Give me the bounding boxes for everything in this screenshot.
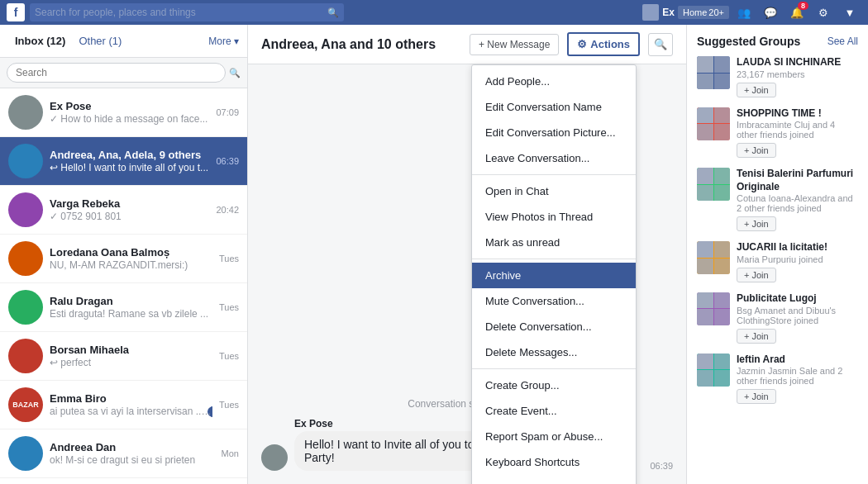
group-name: Tenisi Balerini Parfumuri Originale — [737, 168, 858, 193]
global-search-input[interactable] — [35, 7, 327, 18]
menu-item-archive[interactable]: Archive — [472, 263, 636, 288]
nav-user-name: Ex — [662, 7, 675, 18]
message-list-item[interactable]: Loredana Oana Balmoș NU, M-AM RAZGANDIT.… — [0, 235, 247, 283]
message-avatar — [8, 436, 43, 471]
suggested-groups-title: Suggested Groups — [697, 35, 827, 48]
tab-other[interactable]: Other (1) — [72, 31, 128, 50]
nav-notifications-icon[interactable]: 🔔 8 — [785, 3, 808, 21]
nav-avatar — [642, 4, 659, 21]
group-name: Publicitate Lugoj — [737, 292, 858, 306]
menu-item-edit-conv-pic[interactable]: Edit Conversation Picture... — [472, 120, 636, 145]
conversation-panel: Andreea, Ana and 10 others + New Message… — [248, 25, 686, 484]
join-group-button[interactable]: + Join — [737, 268, 776, 282]
message-body: Ex Pose ✓ How to hide a message on face.… — [50, 100, 209, 125]
group-meta: Jazmin Jasmin Sale and 2 other friends j… — [737, 366, 858, 386]
inbox-more-button[interactable]: More ▾ — [208, 36, 239, 47]
menu-item-leave-conv[interactable]: Leave Conversation... — [472, 145, 636, 171]
message-sender: Varga Rebeka — [50, 197, 209, 210]
nav-home-count: 20+ — [708, 7, 724, 17]
group-item: Tenisi Balerini Parfumuri Originale Cotu… — [697, 168, 858, 231]
menu-item-add-people[interactable]: Add People... — [472, 69, 636, 94]
message-sender: Loredana Oana Balmoș — [50, 246, 212, 259]
nav-settings-icon[interactable]: ⚙ — [812, 3, 835, 21]
top-navigation: f 🔍 Ex Home 20+ 👥 💬 🔔 8 ⚙ ▼ — [0, 0, 868, 25]
message-body: Loredana Oana Balmoș NU, M-AM RAZGANDIT.… — [50, 246, 212, 271]
message-list-item[interactable]: Borsan Mihaela ↩ perfect Tues — [0, 332, 247, 381]
left-sidebar: Inbox (12) Other (1) More ▾ 🔍 Ex Pose ✓ … — [0, 25, 248, 484]
message-avatar — [8, 290, 43, 325]
menu-item-mute-conv[interactable]: Mute Conversation... — [472, 288, 636, 314]
message-avatar — [8, 339, 43, 373]
join-group-button[interactable]: + Join — [737, 143, 776, 158]
message-avatar — [8, 241, 43, 276]
message-time: Tues — [219, 302, 239, 312]
see-all-link[interactable]: See All — [827, 36, 858, 47]
menu-item-mark-unread[interactable]: Mark as unread — [472, 230, 636, 255]
menu-item-delete-msgs[interactable]: Delete Messages... — [472, 339, 636, 365]
message-time: Tues — [219, 254, 239, 263]
message-list-item[interactable]: Andreea, Ana, Adela, 9 others ↩ Hello! I… — [0, 137, 247, 186]
gear-icon: ⚙ — [577, 38, 587, 50]
join-group-button[interactable]: + Join — [737, 216, 776, 231]
message-list-item[interactable]: BAZAR Emma Biro ai putea sa vi ayi la in… — [0, 381, 247, 429]
menu-item-create-event[interactable]: Create Event... — [472, 398, 636, 424]
message-list-item[interactable]: Varga Rebeka ✓ 0752 901 801 20:42 — [0, 186, 247, 235]
new-message-button[interactable]: + New Message — [470, 34, 559, 55]
facebook-logo[interactable]: f — [7, 3, 25, 21]
inbox-search-bar: 🔍 — [0, 58, 247, 88]
menu-item-view-photos[interactable]: View Photos in Thread — [472, 204, 636, 230]
message-list-item[interactable]: Ex Pose ✓ How to hide a message on face.… — [0, 88, 247, 137]
message-list-item[interactable]: Andreea Dan ok! M-si ce dragut si eu si … — [0, 429, 247, 478]
inbox-search-input[interactable] — [7, 63, 226, 83]
menu-item-create-group[interactable]: Create Group... — [472, 372, 636, 398]
nav-right-section: Ex Home 20+ 👥 💬 🔔 8 ⚙ ▼ — [642, 3, 861, 21]
global-search-icon[interactable]: 🔍 — [327, 7, 339, 18]
group-name: JUCARII la licitatie! — [737, 241, 858, 254]
join-group-button[interactable]: + Join — [737, 329, 776, 344]
main-layout: Inbox (12) Other (1) More ▾ 🔍 Ex Pose ✓ … — [0, 25, 868, 484]
actions-button[interactable]: ⚙ Actions — [567, 32, 640, 56]
message-preview: ok! M-si ce dragut si eu si prieten — [50, 454, 215, 466]
search-conversation-button[interactable]: 🔍 — [648, 33, 673, 56]
nav-dropdown-icon[interactable]: ▼ — [838, 3, 861, 21]
right-sidebar: Suggested Groups See All LAUDA SI INCHIN… — [686, 25, 868, 484]
menu-item-report-spam[interactable]: Report Spam or Abuse... — [472, 424, 636, 449]
inbox-search-icon: 🔍 — [229, 68, 241, 78]
nav-friends-icon[interactable]: 👥 — [732, 3, 756, 21]
tab-inbox[interactable]: Inbox (12) — [8, 31, 72, 50]
message-list: Ex Pose ✓ How to hide a message on face.… — [0, 88, 247, 484]
inbox-header: Inbox (12) Other (1) More ▾ — [0, 25, 247, 58]
message-avatar — [8, 95, 43, 130]
new-message-label: + New Message — [479, 39, 550, 50]
menu-item-open-in-chat[interactable]: Open in Chat — [472, 178, 636, 204]
message-body: Ralu Dragan Esti draguta! Ramane sa vb z… — [50, 295, 212, 320]
message-sender: Andreea Dan — [50, 441, 215, 453]
join-group-button[interactable]: + Join — [737, 83, 776, 97]
group-info: Publicitate Lugoj Bsg Amanet and Dibuu's… — [737, 292, 858, 344]
global-search-bar[interactable]: 🔍 — [30, 3, 344, 21]
menu-item-keyboard-shortcuts[interactable]: Keyboard Shortcuts — [472, 449, 636, 475]
notifications-badge: 8 — [798, 2, 808, 10]
message-body: Andreea Dan ok! M-si ce dragut si eu si … — [50, 441, 215, 466]
message-list-item[interactable]: Ralu Dragan Esti draguta! Ramane sa vb z… — [0, 283, 247, 332]
message-time: Tues — [219, 351, 239, 361]
group-info: Tenisi Balerini Parfumuri Originale Cotu… — [737, 168, 858, 231]
group-avatar — [697, 354, 730, 387]
message-body: Emma Biro ai putea sa vi ayi la interser… — [50, 392, 212, 417]
menu-item-feedback[interactable]: Feedback — [472, 475, 636, 484]
group-name: LAUDA SI INCHINARE — [737, 56, 858, 69]
menu-item-delete-conv[interactable]: Delete Conversation... — [472, 314, 636, 339]
group-meta: Cotuna Ioana-Alexandra and 2 other frien… — [737, 193, 858, 213]
nav-user-profile[interactable]: Ex — [642, 4, 675, 21]
group-item: Publicitate Lugoj Bsg Amanet and Dibuu's… — [697, 292, 858, 344]
menu-item-edit-conv-name[interactable]: Edit Conversation Name — [472, 94, 636, 120]
nav-messages-icon[interactable]: 💬 — [759, 3, 782, 21]
join-group-button[interactable]: + Join — [737, 389, 776, 404]
group-avatar — [697, 56, 730, 89]
group-avatar — [697, 241, 730, 274]
nav-home-button[interactable]: Home 20+ — [678, 6, 729, 19]
conversation-title: Andreea, Ana and 10 others — [261, 37, 461, 52]
suggested-groups-header: Suggested Groups See All — [697, 35, 858, 48]
unread-badge: 1 new — [207, 406, 212, 417]
nav-home-label: Home — [683, 7, 707, 17]
